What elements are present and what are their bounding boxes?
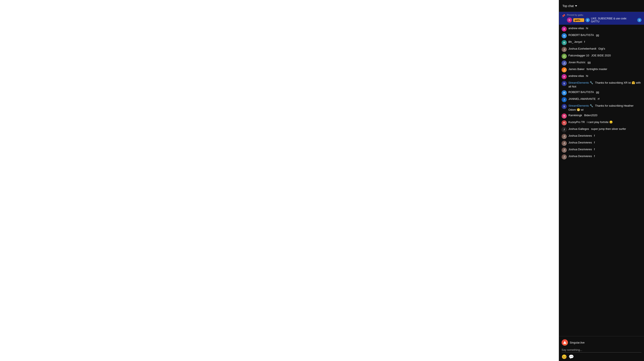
chat-content: ROBERT BAUTISTA gg: [568, 33, 642, 37]
chat-message-text: f: [593, 141, 595, 144]
chat-message-text: hi: [585, 74, 588, 77]
chat-row[interactable]: JJANNIEL AMARANTE rf: [559, 96, 644, 103]
chat-row[interactable]: JJames Baker fortnightx master: [559, 66, 644, 73]
pin-icon: 📌: [562, 14, 565, 17]
say-something-input[interactable]: Say something...: [562, 347, 642, 353]
chat-row[interactable]: BBh_ Jenyel f: [559, 39, 644, 46]
chat-message-text: super jump then silver surfer: [590, 127, 626, 130]
chat-username: ROBERT BAUTISTA: [568, 90, 594, 94]
chat-content: andrew elias hi: [568, 26, 642, 30]
chat-title-label: Top chat: [562, 4, 574, 8]
singular-account-row: Singular.live: [562, 338, 642, 347]
v-badge-2: V: [637, 18, 642, 22]
chat-message-text: rf: [597, 97, 600, 100]
chat-row[interactable]: RROBERT BAUTISTA gg: [559, 32, 644, 39]
chat-panel: Top chat 📌 Pinned by gattu G gattu ✓ V L…: [559, 0, 644, 361]
chat-message-icon: 💬: [568, 354, 574, 359]
chat-avatar: A: [562, 74, 567, 79]
chat-avatar: K: [562, 120, 567, 125]
chat-message-text: f: [593, 148, 595, 151]
pinned-username-badge: gattu ✓: [573, 18, 584, 22]
chat-avatar: R: [562, 33, 567, 38]
chat-message-text: f: [593, 155, 595, 158]
chat-avatar: J: [562, 67, 567, 72]
pinned-checkmark: ✓: [581, 19, 583, 21]
chat-username: ROBERT BAUTISTA: [568, 33, 594, 37]
chat-message-text: Biden2020: [583, 114, 597, 117]
chat-content: StreamElements 🔧 Thanks for subscribing …: [568, 81, 642, 88]
chat-avatar: J: [562, 127, 567, 132]
main-content: [0, 0, 559, 361]
singular-account-name: Singular.live: [570, 341, 642, 344]
chat-content: Joshua Gallegos super jump then silver s…: [568, 127, 642, 131]
chat-username: Joshua Desrivieres: [568, 134, 592, 137]
chat-row[interactable]: SStreamElements 🔧 Thanks for subscribing…: [559, 80, 644, 89]
chat-avatar: J: [562, 154, 567, 159]
pinned-avatar: G: [567, 17, 572, 22]
chat-username: Falcondagger 10: [568, 54, 589, 57]
chat-row[interactable]: RRamkkingk Biden2020: [559, 113, 644, 119]
chat-row[interactable]: JJoshua Gallegos super jump then silver …: [559, 126, 644, 133]
emoji-button[interactable]: 😊: [562, 354, 567, 359]
chat-content: Falcondagger 10 JOE BIDE 2020: [568, 54, 642, 57]
chat-avatar: F: [562, 54, 567, 59]
chat-avatar: J: [562, 134, 567, 139]
chat-row[interactable]: JJoshua Desrivieres f: [559, 153, 644, 160]
chat-message-text: f: [593, 134, 595, 137]
chat-footer: Singular.live Say something... 😊 💬: [559, 336, 644, 361]
chat-content: Joshua Desrivieres f: [568, 154, 642, 158]
chat-message-text: Gigi's: [598, 47, 605, 50]
chat-avatar: R: [562, 90, 567, 95]
chat-username: andrew elias: [568, 74, 584, 77]
chat-content: Joshua Desrivieres f: [568, 147, 642, 151]
chat-message-text: gg: [587, 61, 590, 64]
chat-row[interactable]: JJoshua Desrivieres f: [559, 133, 644, 140]
chat-message-text: hi: [585, 27, 588, 30]
chat-username: Ramkkingk: [568, 114, 582, 117]
chat-content: JANNIEL AMARANTE rf: [568, 97, 642, 101]
chat-row[interactable]: Aandrew elias hi: [559, 73, 644, 80]
chat-message-text: JOE BIDE 2020: [590, 54, 611, 57]
chat-username: andrew elias: [568, 27, 584, 30]
singular-icon: [562, 339, 568, 346]
chat-messages-list: Aandrew elias hiRROBERT BAUTISTA ggBBh_ …: [559, 25, 644, 336]
pinned-by-label: Pinned by gattu: [567, 14, 642, 16]
chat-row[interactable]: RROBERT BAUTISTA gg: [559, 89, 644, 96]
dropdown-arrow-icon: [575, 5, 577, 6]
chat-content: Joshua Desrivieres f: [568, 141, 642, 145]
chat-row[interactable]: JJoshua Ezeheberhardt Gigi's: [559, 46, 644, 53]
pinned-username: gattu: [574, 19, 580, 21]
chat-username: Bh_ Jenyel: [568, 40, 582, 43]
chat-message-text: gg: [595, 33, 599, 37]
chat-username: StreamElements 🔧: [568, 81, 593, 84]
chat-username: Joshua Gallegos: [568, 127, 589, 130]
chat-row[interactable]: KKuzeyPro TR i cant play fortnite 😞: [559, 119, 644, 126]
chat-message-text: fortnightx master: [586, 67, 607, 71]
chat-avatar: J: [562, 147, 567, 153]
chat-content: andrew elias hi: [568, 74, 642, 78]
chat-message-text: gg: [595, 90, 599, 94]
chat-avatar: J: [562, 47, 567, 52]
chat-message-button[interactable]: 💬: [568, 354, 574, 359]
chat-username: Joshua Desrivieres: [568, 141, 592, 144]
chat-username: StreamElements 🔧: [568, 104, 593, 107]
chat-avatar: J: [562, 60, 567, 65]
chat-username: JANNIEL AMARANTE: [568, 97, 596, 100]
chat-header-dropdown[interactable]: Top chat: [562, 4, 577, 8]
chat-avatar: J: [562, 141, 567, 146]
pinned-message-container: 📌 Pinned by gattu G gattu ✓ V LIKE, SUBS…: [559, 12, 644, 25]
chat-row[interactable]: SStreamElements 🔧 Thanks for subscribing…: [559, 103, 644, 112]
chat-row[interactable]: JJoshua Desrivieres f: [559, 147, 644, 153]
chat-row[interactable]: Aandrew elias hi: [559, 25, 644, 32]
chat-row[interactable]: FFalcondagger 10 JOE BIDE 2020: [559, 53, 644, 60]
pinned-content: Pinned by gattu G gattu ✓ V LIKE, SUBSCR…: [567, 14, 642, 23]
pinned-message-text: LIKE, SUBSCRIBE & use code: GATTU: [591, 17, 636, 23]
chat-header: Top chat: [559, 0, 644, 12]
chat-row[interactable]: JJovan Ruzicic gg: [559, 60, 644, 66]
v-badge: V: [586, 18, 590, 22]
chat-row[interactable]: JJoshua Desrivieres f: [559, 140, 644, 147]
chat-avatar: B: [562, 40, 567, 45]
chat-username: KuzeyPro TR: [568, 120, 585, 124]
chat-username: Jovan Ruzicic: [568, 61, 586, 64]
pinned-row: G gattu ✓ V LIKE, SUBSCRIBE & use code: …: [567, 17, 642, 23]
